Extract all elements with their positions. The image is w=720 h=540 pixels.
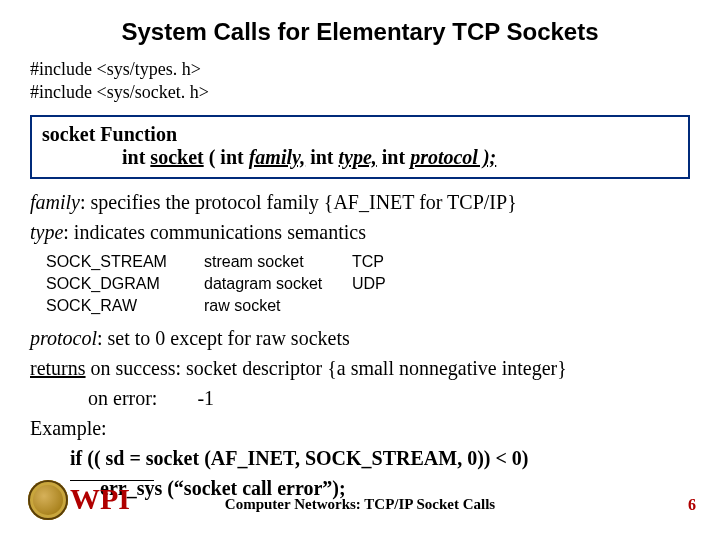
sig-param-family: family, (249, 146, 305, 168)
sock-stream-name: SOCK_STREAM (46, 253, 202, 273)
sig-return-type: int (122, 146, 150, 168)
sock-raw-proto (352, 297, 402, 317)
include-line-1: #include <sys/types. h> (30, 58, 690, 81)
returns-error-value: -1 (197, 387, 214, 409)
sock-stream-proto: TCP (352, 253, 402, 273)
function-box: socket Function int socket ( int family,… (30, 115, 690, 179)
fn-name-heading-rest: Function (95, 123, 177, 145)
function-signature: int socket ( int family, int type, int p… (42, 146, 678, 169)
returns-success-text: on success: socket descriptor {a small n… (86, 357, 567, 379)
sig-fn-name: socket (150, 146, 203, 168)
slide-number: 6 (688, 496, 696, 514)
protocol-desc-text: : set to 0 except for raw sockets (97, 327, 350, 349)
type-desc: type: indicates communications semantics (30, 219, 690, 245)
include-line-2: #include <sys/socket. h> (30, 81, 690, 104)
sig-mid1: int (305, 146, 338, 168)
sock-stream-desc: stream socket (204, 253, 350, 273)
sig-mid2: int (377, 146, 410, 168)
fn-name-heading: socket (42, 123, 95, 145)
slide: System Calls for Elementary TCP Sockets … (0, 0, 720, 540)
sig-param-protocol: protocol ); (410, 146, 496, 168)
family-desc: family: specifies the protocol family {A… (30, 189, 690, 215)
protocol-term: protocol (30, 327, 97, 349)
function-heading: socket Function (42, 123, 678, 146)
sock-dgram-proto: UDP (352, 275, 402, 295)
family-desc-text: : specifies the protocol family {AF_INET… (80, 191, 517, 213)
sock-raw-name: SOCK_RAW (46, 297, 202, 317)
slide-title: System Calls for Elementary TCP Sockets (30, 18, 690, 46)
table-row: SOCK_RAW raw socket (46, 297, 402, 317)
sig-param-type: type, (338, 146, 376, 168)
returns-label: returns (30, 357, 86, 379)
table-row: SOCK_STREAM stream socket TCP (46, 253, 402, 273)
sock-raw-desc: raw socket (204, 297, 350, 317)
returns-error-label: on error: (88, 387, 157, 409)
type-desc-text: : indicates communications semantics (63, 221, 366, 243)
footer-text: Computer Networks: TCP/IP Socket Calls (0, 496, 720, 513)
protocol-desc: protocol: set to 0 except for raw socket… (30, 325, 690, 351)
sock-dgram-desc: datagram socket (204, 275, 350, 295)
returns-error: on error: -1 (30, 385, 690, 411)
sock-dgram-name: SOCK_DGRAM (46, 275, 202, 295)
family-term: family (30, 191, 80, 213)
table-row: SOCK_DGRAM datagram socket UDP (46, 275, 402, 295)
socket-types-table: SOCK_STREAM stream socket TCP SOCK_DGRAM… (44, 251, 404, 319)
returns-success: returns on success: socket descriptor {a… (30, 355, 690, 381)
sig-open-paren: ( int (204, 146, 249, 168)
example-label: Example: (30, 415, 690, 441)
slide-footer: WPI Computer Networks: TCP/IP Socket Cal… (0, 478, 720, 526)
type-term: type (30, 221, 63, 243)
example-code-line-1: if (( sd = socket (AF_INET, SOCK_STREAM,… (30, 445, 690, 471)
logo-divider (70, 480, 154, 481)
